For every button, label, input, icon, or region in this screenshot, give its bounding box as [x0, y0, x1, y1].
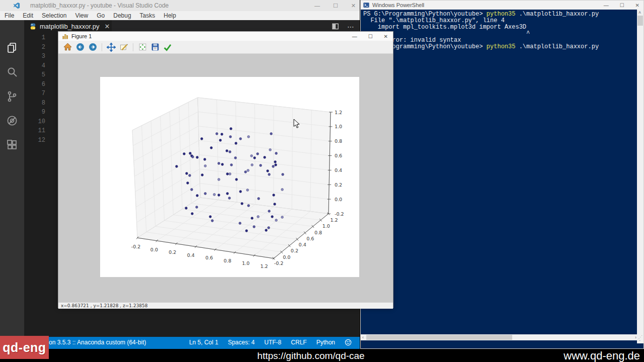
home-button[interactable] — [62, 42, 72, 52]
figure-minimize-button[interactable]: — — [352, 34, 357, 39]
scatter-point — [218, 178, 220, 181]
scatter-point — [282, 173, 284, 176]
powershell-titlebar[interactable]: Windows PowerShell — ☐ ✕ — [361, 1, 643, 10]
figure-titlebar[interactable]: Figure 1 — ☐ ✕ — [58, 32, 393, 41]
scatter-point — [247, 189, 249, 192]
resize-grip[interactable]: ⋰ — [637, 334, 643, 340]
tab-close-icon[interactable]: ✕ — [105, 23, 110, 30]
vscode-minimize-button[interactable]: — — [314, 3, 320, 9]
menu-item-view[interactable]: View — [75, 12, 88, 19]
forward-button[interactable] — [88, 42, 98, 52]
terminal-command: python35 — [487, 11, 516, 18]
scroll-up-icon[interactable]: ˄ — [638, 11, 641, 15]
scroll-right-icon[interactable]: › — [635, 335, 636, 340]
pan-button[interactable] — [106, 42, 116, 52]
svg-text:0.6: 0.6 — [335, 153, 342, 158]
figure-toolbar — [58, 41, 393, 54]
svg-text:0.0: 0.0 — [150, 247, 158, 252]
menu-item-tasks[interactable]: Tasks — [140, 12, 155, 19]
scatter-point — [183, 153, 186, 155]
vscode-titlebar[interactable]: matplotlib_haxxor.py - youtube - Visual … — [0, 0, 360, 11]
svg-text:0.2: 0.2 — [335, 182, 342, 188]
customize-button[interactable] — [163, 42, 173, 52]
menu-item-debug[interactable]: Debug — [113, 12, 131, 19]
scatter-point — [201, 138, 203, 140]
scatter-point — [218, 162, 220, 165]
terminal-minimize-button[interactable]: — — [604, 3, 609, 8]
status-item[interactable]: UTF-8 — [264, 339, 281, 346]
status-item[interactable]: CRLF — [291, 339, 306, 346]
scatter-point — [196, 156, 199, 159]
scatter-point — [235, 178, 238, 181]
menu-item-selection[interactable]: Selection — [42, 12, 66, 19]
svg-text:1.2: 1.2 — [335, 110, 342, 115]
scrollbar-thumb[interactable] — [366, 335, 512, 340]
scatter-point — [226, 173, 229, 175]
scatter-point — [216, 133, 218, 135]
line-number: 5 — [24, 70, 45, 80]
scatter3d-plot: -0.2-0.2-0.20.00.00.00.20.20.20.40.40.40… — [100, 77, 359, 277]
source-control-icon[interactable] — [6, 90, 18, 103]
scatter-point — [246, 230, 248, 232]
figure-maximize-button[interactable]: ☐ — [368, 34, 373, 39]
svg-text:0.6: 0.6 — [306, 236, 314, 241]
line-number: 2 — [24, 43, 45, 52]
terminal-maximize-button[interactable]: ☐ — [620, 3, 624, 8]
status-python-version[interactable]: Python 3.5.3 :: Anaconda custom (64-bit) — [37, 339, 146, 346]
split-editor-icon[interactable] — [332, 23, 339, 30]
svg-text:0.4: 0.4 — [335, 167, 342, 173]
vscode-window-title: matplotlib_haxxor.py - youtube - Visual … — [30, 2, 169, 9]
svg-text:0.8: 0.8 — [314, 230, 322, 235]
terminal-output[interactable]: PS G:\Programming\Python\youtube> python… — [361, 10, 637, 343]
scatter-point — [230, 128, 232, 130]
extensions-icon[interactable] — [6, 139, 18, 151]
svg-text:0.0: 0.0 — [335, 197, 342, 202]
line-number: 4 — [24, 61, 45, 71]
scatter-point — [221, 133, 223, 136]
vscode-maximize-button[interactable]: ☐ — [333, 3, 338, 9]
terminal-vertical-scrollbar[interactable]: ˄ ˅ — [637, 10, 643, 343]
terminal-horizontal-scrollbar[interactable]: ‹ › — [361, 334, 638, 340]
scroll-left-icon[interactable]: ‹ — [362, 335, 364, 340]
menu-item-edit[interactable]: Edit — [23, 12, 33, 19]
scatter-point — [226, 150, 228, 152]
menu-item-file[interactable]: File — [5, 12, 14, 19]
scatter-point — [275, 164, 277, 166]
editor-gutter: 123456789101112 — [24, 33, 45, 145]
powershell-window-title: Windows PowerShell — [372, 2, 424, 8]
status-item[interactable]: Ln 5, Col 1 — [189, 339, 218, 346]
save-button[interactable] — [150, 42, 160, 52]
feedback-smiley-icon[interactable] — [345, 339, 352, 346]
more-actions-icon[interactable]: ⋯ — [347, 23, 355, 31]
status-item[interactable]: Python — [316, 339, 335, 346]
svg-text:0.4: 0.4 — [299, 242, 306, 247]
figure-canvas[interactable]: -0.2-0.2-0.20.00.00.00.20.20.20.40.40.40… — [100, 77, 359, 277]
scatter-point — [260, 164, 262, 167]
scrollbar-thumb[interactable] — [637, 16, 643, 26]
search-icon[interactable] — [6, 66, 18, 78]
line-number: 6 — [24, 80, 45, 89]
vscode-close-button[interactable]: ✕ — [351, 3, 356, 9]
zoom-rect-button[interactable] — [119, 42, 129, 52]
terminal-close-button[interactable]: ✕ — [635, 3, 639, 8]
status-item[interactable]: Spaces: 4 — [228, 339, 255, 346]
scatter-point — [254, 157, 256, 159]
scatter-point — [226, 193, 229, 195]
back-button[interactable] — [75, 42, 85, 52]
menu-item-help[interactable]: Help — [164, 12, 176, 19]
scatter-point — [257, 153, 259, 155]
scatter-point — [247, 169, 250, 172]
subplots-button[interactable] — [137, 42, 147, 52]
debug-icon[interactable] — [6, 115, 18, 127]
figure-status-coordinates: x=0.863721 , y=1.21828 , z=1.23858 — [58, 302, 393, 309]
explorer-icon[interactable] — [6, 42, 18, 54]
scatter-point — [281, 216, 284, 219]
scatter-point — [251, 217, 254, 220]
vscode-logo-icon — [13, 2, 20, 9]
line-number: 8 — [24, 99, 45, 108]
scatter-point — [176, 165, 178, 168]
menu-item-go[interactable]: Go — [97, 12, 105, 19]
scatter-point — [230, 164, 233, 166]
scatter-point — [187, 182, 189, 185]
figure-close-button[interactable]: ✕ — [384, 34, 388, 39]
